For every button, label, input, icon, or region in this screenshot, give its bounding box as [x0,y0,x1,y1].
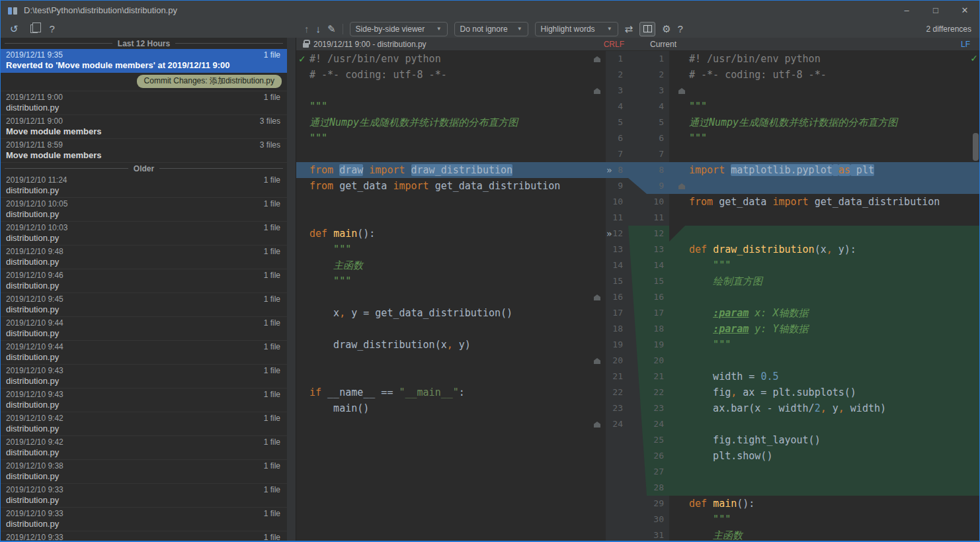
history-entry[interactable]: 2019/12/10 9:441 filedistribution.py [1,317,287,341]
code-line-right-18[interactable]: 18 :param y: Y轴数据 [647,321,979,337]
code-line-left-14[interactable]: 主函数14 [296,257,628,273]
help-icon[interactable]: ? [50,24,55,34]
maximize-button[interactable]: □ [921,1,950,20]
next-difference-icon[interactable]: ↓ [316,24,321,34]
code-line-right-21[interactable]: 21 width = 0.5 [647,369,979,384]
right-editor[interactable]: 1#! /usr/bin/env python2# -*- coding: ut… [647,51,979,541]
code-line-right-2[interactable]: 2# -*- coding: utf-8 -*- [647,67,979,83]
code-line-right-8[interactable]: 8import matplotlib.pyplot as plt [647,162,979,178]
code-line-right-23[interactable]: 23 ax.bar(x - width/2, y, width) [647,400,979,416]
history-entry[interactable]: 2019/12/11 9:003 filesMove module member… [1,115,287,139]
code-line-left-17[interactable]: x, y = get_data_distribution()17 [296,305,628,321]
history-entry[interactable]: 2019/12/10 9:431 filedistribution.py [1,365,287,388]
history-entry[interactable]: 2019/12/10 9:481 filedistribution.py [1,246,287,269]
help-icon[interactable]: ? [678,24,683,34]
close-button[interactable]: ✕ [950,1,979,20]
code-line-right-20[interactable]: 20 [647,353,979,369]
code-line-left-19[interactable]: draw_distribution(x, y)19 [296,337,628,353]
code-line-left-3[interactable]: 3 [296,83,628,99]
history-entry[interactable]: 2019/12/10 9:381 filedistribution.py [1,460,287,484]
line-number: 5 [647,114,669,130]
code-line-right-3[interactable]: 3 [647,83,979,99]
code-line-right-26[interactable]: 26 plt.show() [647,448,979,464]
code-line-right-1[interactable]: 1#! /usr/bin/env python [647,51,979,67]
code-line-right-19[interactable]: 19 """ [647,337,979,353]
code-line-left-24[interactable]: 24 [296,416,628,432]
code-line-right-5[interactable]: 5通过Numpy生成随机数并统计数据的分布直方图 [647,114,979,130]
code-line-left-18[interactable]: 18 [296,321,628,337]
history-entry[interactable]: 2019/12/10 9:331 filedistribution.py [1,508,287,531]
code-line-left-15[interactable]: """15 [296,273,628,289]
create-patch-icon[interactable] [30,24,38,33]
code-line-right-16[interactable]: 16 [647,289,979,305]
code-line-left-21[interactable]: 21 [296,369,628,384]
history-entry[interactable]: 2019/12/11 9:001 filedistribution.py [1,91,287,115]
code-line-left-10[interactable]: 10 [296,194,628,210]
code-line-right-11[interactable]: 11 [647,210,979,226]
history-entry[interactable]: 2019/12/10 11:241 filedistribution.py [1,174,287,198]
history-entry[interactable]: 2019/12/10 9:331 filedistribution.py [1,531,287,541]
history-entry[interactable]: 2019/12/10 9:461 filedistribution.py [1,269,287,293]
diff-connector-modified [628,162,647,194]
edit-icon[interactable]: ✎ [327,24,336,34]
code-line-left-9[interactable]: from get_data import get_data_distributi… [296,178,628,194]
revert-icon[interactable]: ↺ [10,24,19,34]
viewer-mode-select[interactable]: Side-by-side viewer ▼ [350,22,448,36]
history-entry[interactable]: 2019/12/10 9:431 filedistribution.py [1,388,287,412]
highlight-policy-select[interactable]: Highlight words ▼ [535,22,618,36]
code-line-right-10[interactable]: 10from get_data import get_data_distribu… [647,194,979,210]
settings-gear-icon[interactable]: ⚙ [662,24,671,34]
line-number: 23 [647,400,669,416]
code-line-left-20[interactable]: 20 [296,353,628,369]
code-line-left-7[interactable]: 7 [296,146,628,162]
code-line-right-17[interactable]: 17 :param x: X轴数据 [647,305,979,321]
history-entry[interactable]: 2019/12/10 9:421 filedistribution.py [1,436,287,460]
code-line-right-15[interactable]: 15 绘制直方图 [647,273,979,289]
code-line-right-31[interactable]: 31 主函数 [647,527,979,541]
code-line-right-25[interactable]: 25 fig.tight_layout() [647,432,979,448]
history-scrollbar[interactable] [287,38,296,541]
code-line-left-11[interactable]: 11 [296,210,628,226]
history-entry[interactable]: 2019/12/10 9:421 filedistribution.py [1,412,287,436]
code-line-right-9[interactable]: 9 [647,178,979,194]
history-entry[interactable]: 2019/12/10 9:451 filedistribution.py [1,293,287,317]
collapse-unchanged-icon[interactable]: ⇄ [625,24,633,34]
code-line-right-30[interactable]: 30 """ [647,512,979,527]
code-line-left-1[interactable]: #! /usr/bin/env python1 [296,51,628,67]
code-line-right-4[interactable]: 4""" [647,99,979,114]
code-line-right-24[interactable]: 24 [647,416,979,432]
code-text: #! /usr/bin/env python [669,51,979,67]
code-line-left-6[interactable]: """6 [296,130,628,146]
code-line-right-27[interactable]: 27 [647,464,979,480]
code-line-left-16[interactable]: 16 [296,289,628,305]
code-line-right-14[interactable]: 14 """ [647,257,979,273]
minimize-button[interactable]: – [892,1,921,20]
ignore-policy-select[interactable]: Do not ignore ▼ [454,22,528,36]
editor-scrollbar-thumb[interactable] [973,133,979,161]
history-entry[interactable]: 2019/12/10 10:051 filedistribution.py [1,198,287,222]
code-line-left-13[interactable]: """13 [296,242,628,257]
side-by-side-toggle[interactable] [639,22,655,36]
code-line-left-22[interactable]: if __name__ == "__main__":22 [296,384,628,400]
code-line-right-28[interactable]: 28 [647,480,979,496]
history-entry[interactable]: 2019/12/11 9:351 fileReverted to 'Move m… [1,49,287,73]
code-line-left-2[interactable]: # -*- coding: utf-8 -*-2 [296,67,628,83]
code-line-right-6[interactable]: 6""" [647,130,979,146]
history-entry[interactable]: 2019/12/11 8:593 filesMove module member… [1,139,287,163]
code-line-left-23[interactable]: main()23 [296,400,628,416]
left-editor[interactable]: #! /usr/bin/env python1# -*- coding: utf… [296,51,628,541]
code-line-left-4[interactable]: """4 [296,99,628,114]
code-line-right-13[interactable]: 13def draw_distribution(x, y): [647,242,979,257]
history-entry[interactable]: 2019/12/10 10:031 filedistribution.py [1,222,287,246]
code-line-right-22[interactable]: 22 fig, ax = plt.subplots() [647,384,979,400]
code-line-right-29[interactable]: 29def main(): [647,496,979,512]
code-line-right-12[interactable]: 12 [647,226,979,242]
code-line-left-5[interactable]: 通过Numpy生成随机数并统计数据的分布直方图5 [296,114,628,130]
history-entry[interactable]: 2019/12/10 9:441 filedistribution.py [1,341,287,365]
code-line-left-12[interactable]: def main():12» [296,226,628,242]
history-entry[interactable]: 2019/12/10 9:331 filedistribution.py [1,484,287,508]
code-line-left-8[interactable]: from draw import draw_distribution8» [296,162,628,178]
code-line-right-7[interactable]: 7 [647,146,979,162]
previous-difference-icon[interactable]: ↑ [304,24,309,34]
revision-date: 2019/12/10 9:33 [6,485,63,494]
